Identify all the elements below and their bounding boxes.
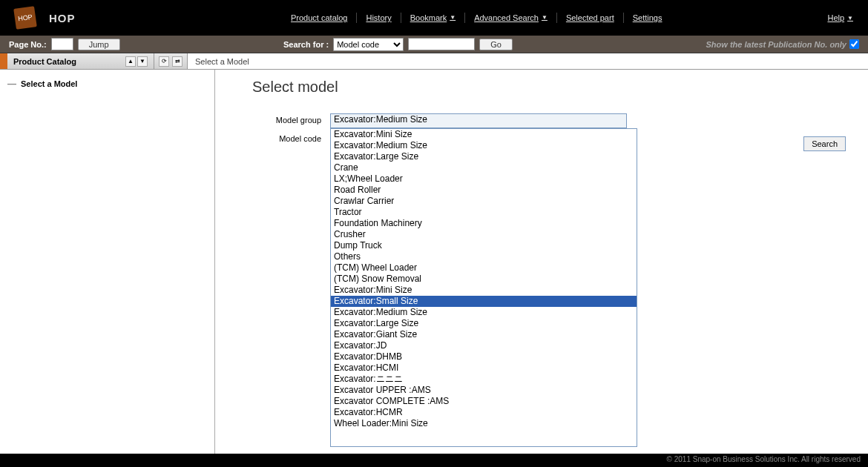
breadcrumb: Select a Model — [188, 53, 868, 69]
dropdown-option[interactable]: Dump Truck — [331, 240, 637, 251]
panel-up-icon[interactable]: ▲ — [125, 56, 136, 67]
model-group-dropdown-list[interactable]: Excavator:Mini SizeExcavator:Medium Size… — [330, 128, 637, 447]
secondary-toolbar: Page No.: Jump Search for : Model code G… — [0, 36, 868, 53]
jump-button[interactable]: Jump — [78, 39, 120, 50]
dropdown-option[interactable]: Excavator:Mini Size — [331, 129, 637, 140]
search-for-input[interactable] — [408, 38, 475, 50]
content-area: Select model Model group Excavator:Mediu… — [215, 70, 868, 454]
search-for-group: Search for : Model code Go — [283, 38, 706, 51]
top-nav: Product catalog History Bookmark▼ Advanc… — [282, 13, 827, 23]
dropdown-option[interactable]: Excavator:HCMI — [331, 362, 637, 374]
caret-down-icon: ▼ — [847, 15, 853, 21]
search-for-select[interactable]: Model code — [333, 38, 404, 51]
dropdown-option[interactable]: Tractor — [331, 207, 637, 218]
panel-down-icon[interactable]: ▼ — [137, 56, 148, 67]
nav-history[interactable]: History — [357, 13, 401, 23]
nav-selected-part[interactable]: Selected part — [557, 13, 624, 23]
dropdown-option[interactable]: Excavator:Giant Size — [331, 329, 637, 340]
dropdown-option[interactable]: Excavator:Large Size — [331, 151, 637, 162]
tree-item-select-model[interactable]: — Select a Model — [7, 79, 207, 89]
dropdown-option[interactable]: (TCM) Snow Removal — [331, 274, 637, 285]
sidebar: — Select a Model — [0, 70, 215, 454]
model-code-row: Model code — [252, 132, 330, 143]
dropdown-option[interactable]: Excavator:Small Size — [331, 296, 637, 307]
dropdown-option[interactable]: Crusher — [331, 229, 637, 240]
search-button[interactable]: Search — [803, 136, 846, 151]
panel-toolbar-icons: ⟳ ⇄ — [154, 53, 188, 69]
dropdown-option[interactable]: Others — [331, 251, 637, 262]
dropdown-option[interactable]: Excavator UPPER :AMS — [331, 385, 637, 396]
dropdown-option[interactable]: (TCM) Wheel Loader — [331, 262, 637, 274]
dropdown-option[interactable]: Crawlar Carrier — [331, 196, 637, 207]
dropdown-option[interactable]: Wheel Loader:Mini Size — [331, 418, 637, 429]
model-code-label: Model code — [252, 132, 330, 143]
caret-down-icon: ▼ — [450, 13, 456, 23]
nav-help[interactable]: Help▼ — [827, 13, 853, 22]
latest-publication-toggle: Show the latest Publication No. only — [706, 39, 859, 49]
top-bar: HOP HOP Product catalog History Bookmark… — [0, 0, 868, 36]
dropdown-option[interactable]: Foundation Machinery — [331, 218, 637, 229]
dropdown-option[interactable]: Road Roller — [331, 185, 637, 196]
dropdown-option[interactable]: Excavator:JD — [331, 340, 637, 351]
dropdown-option[interactable]: Excavator:ニニニ — [331, 374, 637, 385]
panel-title: Product Catalog — [13, 57, 76, 66]
panel-header-row: Product Catalog ▲ ▼ ⟳ ⇄ Select a Model — [0, 53, 868, 70]
page-no-label: Page No.: — [9, 40, 47, 49]
dropdown-option[interactable]: LX;Wheel Loader — [331, 173, 637, 185]
sidebar-collapse-tab[interactable] — [0, 53, 7, 69]
nav-bookmark[interactable]: Bookmark▼ — [401, 13, 465, 23]
main-area: — Select a Model Select model Model grou… — [0, 70, 868, 454]
dropdown-option[interactable]: Crane — [331, 162, 637, 173]
nav-advanced-search[interactable]: Advanced Search▼ — [465, 13, 557, 23]
caret-down-icon: ▼ — [542, 13, 548, 23]
panel-header: Product Catalog ▲ ▼ — [7, 53, 154, 69]
nav-settings[interactable]: Settings — [624, 13, 671, 23]
app-title: HOP — [49, 12, 76, 24]
refresh-icon[interactable]: ⟳ — [159, 56, 169, 67]
logo-block: HOP HOP — [15, 7, 282, 28]
model-group-label: Model group — [252, 113, 330, 125]
tree-marker-icon: — — [7, 79, 16, 89]
dropdown-option[interactable]: Excavator COMPLETE :AMS — [331, 396, 637, 407]
dropdown-option[interactable]: Excavator:Medium Size — [331, 140, 637, 151]
app-logo-icon: HOP — [13, 6, 37, 30]
page-no-group: Page No.: Jump — [9, 38, 283, 50]
search-for-label: Search for : — [283, 40, 329, 49]
go-button[interactable]: Go — [479, 39, 513, 50]
dropdown-option[interactable]: Excavator:HCMR — [331, 407, 637, 418]
latest-pub-label: Show the latest Publication No. only — [706, 40, 846, 49]
dropdown-option[interactable]: Excavator:Mini Size — [331, 285, 637, 296]
content-heading: Select model — [252, 79, 846, 96]
dropdown-option[interactable]: Excavator:Medium Size — [331, 307, 637, 318]
model-group-select[interactable]: Excavator:Medium Size — [330, 113, 627, 128]
footer-copyright: © 2011 Snap-on Business Solutions Inc. A… — [0, 454, 868, 467]
nav-product-catalog[interactable]: Product catalog — [282, 13, 357, 23]
page-no-input[interactable] — [51, 38, 73, 50]
model-group-row: Model group Excavator:Medium Size Excava… — [252, 113, 846, 447]
swap-icon[interactable]: ⇄ — [172, 56, 183, 67]
dropdown-option[interactable]: Excavator:DHMB — [331, 351, 637, 362]
tree-item-label: Select a Model — [21, 79, 77, 88]
latest-pub-checkbox[interactable] — [849, 39, 859, 49]
dropdown-option[interactable]: Excavator:Large Size — [331, 318, 637, 329]
